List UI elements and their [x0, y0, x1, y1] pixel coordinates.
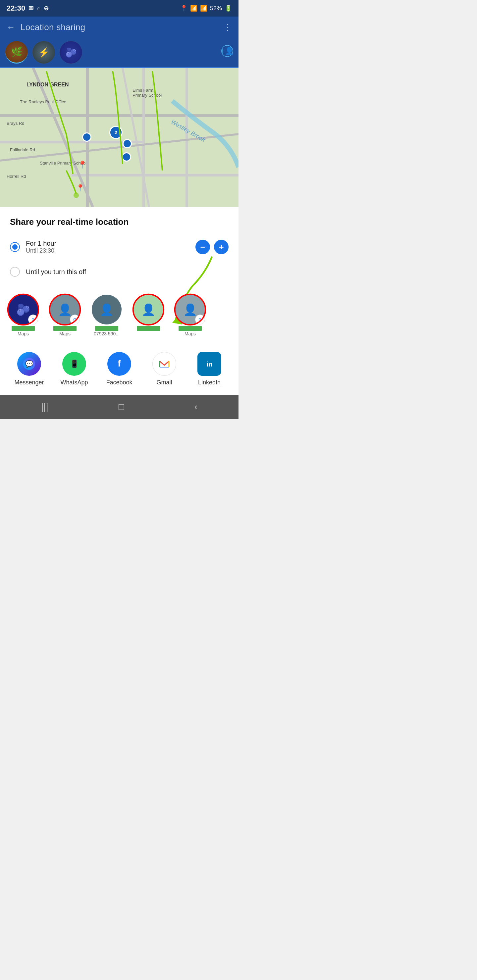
location-icon: 📍 [180, 5, 187, 12]
wifi-icon: 📶 [190, 5, 198, 12]
contact-share-1[interactable]: 🫐 G Maps [3, 295, 43, 336]
linkedin-icon: in [198, 352, 221, 376]
home-icon: ⌂ [37, 5, 40, 12]
facebook-icon: f [107, 352, 131, 376]
maps-badge-1: G [28, 315, 38, 325]
contact-name-redacted-2 [53, 326, 77, 331]
page-title: Location sharing [21, 22, 223, 32]
nav-back-icon[interactable]: ‹ [195, 402, 198, 412]
contact-share-4[interactable]: 👤 [129, 295, 168, 336]
radio-text-1: For 1 hour Until 23:30 [26, 240, 195, 254]
apps-row: 💬 Messenger 📱 WhatsApp f Facebook [0, 343, 238, 395]
contact-sublabel-2: Maps [59, 331, 70, 336]
map-pin-1 [82, 132, 91, 142]
contact-avatar-share-5: 👤 G [175, 295, 205, 325]
hour-controls: − + [195, 240, 228, 254]
map-label-brays: Brays Rd [6, 121, 24, 126]
contact-share-5[interactable]: 👤 G Maps [170, 295, 210, 336]
contact-name-redacted-3 [95, 326, 118, 331]
contact-avatar-share-1: 🫐 G [8, 295, 38, 325]
location-marker-2: 📍 [76, 184, 85, 192]
nav-bar: ||| □ ‹ [0, 395, 238, 419]
plus-button[interactable]: + [214, 240, 228, 254]
app-linkedin[interactable]: in LinkedIn [190, 352, 229, 386]
svg-text:G: G [198, 318, 201, 322]
linkedin-label: LinkedIn [198, 379, 221, 386]
share-title: Share your real-time location [10, 217, 228, 227]
minus-circle-icon: ⊖ [44, 5, 49, 12]
map-label-fallindale: Fallindale Rd [10, 147, 35, 152]
svg-text:+👤: +👤 [221, 46, 233, 55]
app-gmail[interactable]: Gmail [144, 352, 184, 386]
gmail-label: Gmail [156, 379, 172, 386]
gmail-icon [152, 352, 176, 376]
signal-icon: 📶 [200, 5, 207, 12]
svg-text:f: f [118, 358, 121, 369]
maps-badge-5: G [195, 315, 205, 325]
contact-avatar-share-2: 👤 G [50, 295, 80, 325]
svg-text:G: G [73, 318, 76, 322]
map-label-post-office: The Radleys Post Office [20, 99, 66, 104]
app-facebook[interactable]: f Facebook [99, 352, 139, 386]
back-button[interactable]: ← [6, 22, 15, 32]
contact-avatar-share-4: 👤 [134, 295, 163, 325]
radio-button-1[interactable] [10, 242, 20, 252]
contact-name-redacted-4 [137, 326, 160, 331]
battery-text: 52% [210, 5, 222, 12]
contact-avatar-1[interactable]: 🌿 [5, 41, 28, 64]
contact-avatar-share-3: 👤 [92, 295, 121, 325]
svg-text:💬: 💬 [25, 360, 34, 368]
more-options-button[interactable]: ⋮ [223, 22, 232, 32]
time-display: 22:30 [6, 4, 25, 13]
status-bar: 22:30 ✉ ⌂ ⊖ 📍 📶 📶 52% 🔋 [0, 0, 238, 17]
map-label-horrell: Horrell Rd [6, 174, 26, 179]
maps-badge-2: G [70, 315, 80, 325]
contact-sublabel-3: 07923 590... [94, 331, 120, 336]
contact-name-redacted-1 [11, 326, 35, 331]
minus-button[interactable]: − [195, 240, 210, 254]
app-messenger[interactable]: 💬 Messenger [9, 352, 49, 386]
facebook-label: Facebook [106, 379, 132, 386]
map-pin-2 [123, 139, 132, 148]
content-area: Share your real-time location For 1 hour… [0, 207, 238, 395]
map-cluster: 2 [109, 126, 123, 139]
svg-text:G: G [32, 318, 34, 322]
contact-name-redacted-5 [179, 326, 202, 331]
map-label-elms-farm: Elms FarmPrimary School [132, 88, 162, 98]
email-icon: ✉ [29, 5, 34, 12]
radio-option-1-hour[interactable]: For 1 hour Until 23:30 − + [10, 235, 228, 259]
nav-menu-icon[interactable]: ||| [41, 402, 48, 412]
messenger-label: Messenger [14, 379, 44, 386]
radio-button-2[interactable] [10, 267, 20, 277]
share-section: Share your real-time location For 1 hour… [0, 207, 238, 288]
contacts-share-row: 🫐 G Maps 👤 G [0, 288, 238, 343]
map-area[interactable]: LYNDON GREEN The Radleys Post Office Elm… [0, 68, 238, 207]
messenger-icon: 💬 [17, 352, 41, 376]
battery-icon: 🔋 [225, 5, 232, 12]
contact-avatar-3[interactable]: 🫐 [60, 41, 82, 64]
whatsapp-label: WhatsApp [60, 379, 88, 386]
contact-sublabel-5: Maps [185, 331, 196, 336]
location-marker-1: 📍 [78, 161, 87, 169]
contact-sublabel-1: Maps [18, 331, 29, 336]
map-pin-3 [122, 152, 131, 162]
contact-share-2[interactable]: 👤 G Maps [45, 295, 85, 336]
contact-avatar-2[interactable]: ⚡ [32, 41, 55, 64]
svg-text:in: in [206, 361, 212, 368]
map-label-lyndon: LYNDON GREEN [27, 82, 69, 88]
top-bar: ← Location sharing ⋮ [0, 17, 238, 38]
contact-share-3[interactable]: 👤 07923 590... [87, 295, 126, 336]
nav-home-icon[interactable]: □ [119, 402, 124, 412]
app-whatsapp[interactable]: 📱 WhatsApp [54, 352, 94, 386]
status-right: 📍 📶 📶 52% 🔋 [180, 5, 232, 12]
contacts-row: 🌿 ⚡ 🫐 +👤 [0, 38, 238, 68]
svg-text:📱: 📱 [70, 359, 79, 368]
status-time: 22:30 ✉ ⌂ ⊖ [6, 4, 49, 13]
add-person-button[interactable]: +👤 [221, 45, 233, 60]
whatsapp-icon: 📱 [62, 352, 86, 376]
radio-text-2: Until you turn this off [26, 268, 228, 276]
radio-option-turn-off[interactable]: Until you turn this off [10, 262, 228, 282]
